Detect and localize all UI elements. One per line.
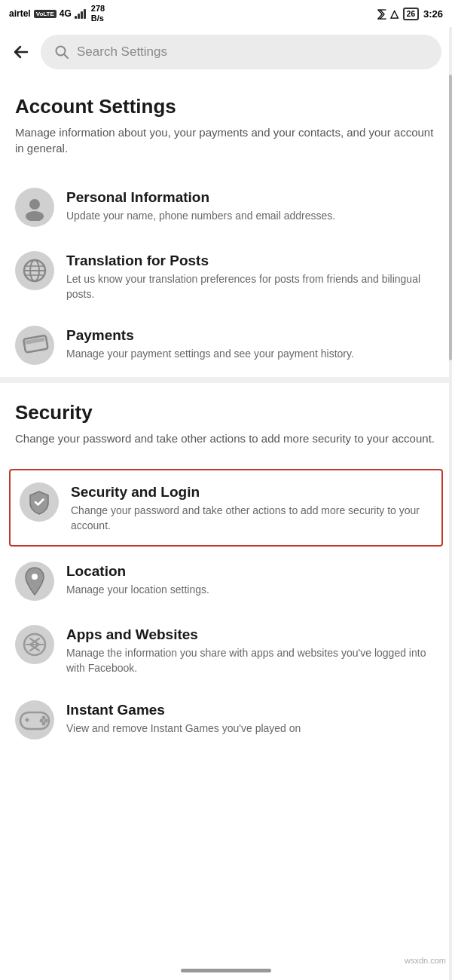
carrier-info: airtel VoLTE 4G 278B/s bbox=[9, 4, 105, 23]
security-login-text: Security and Login Change your password … bbox=[71, 482, 432, 533]
apps-websites-item[interactable]: Apps and Websites Manage the information… bbox=[0, 613, 452, 688]
security-section-desc: Change your password and take other acti… bbox=[15, 430, 437, 446]
bluetooth-icon: ⅀ bbox=[377, 8, 386, 20]
personal-info-icon bbox=[15, 188, 54, 227]
translation-item[interactable]: Translation for Posts Let us know your t… bbox=[0, 239, 452, 314]
account-section-title: Account Settings bbox=[15, 95, 437, 118]
svg-rect-2 bbox=[81, 11, 83, 19]
section-divider bbox=[0, 377, 452, 383]
svg-point-16 bbox=[44, 718, 48, 722]
translation-icon bbox=[15, 251, 54, 290]
status-bar: airtel VoLTE 4G 278B/s ⅀ △ 26 3:26 bbox=[0, 0, 452, 27]
apps-websites-icon bbox=[15, 625, 54, 664]
payments-icon bbox=[15, 326, 54, 365]
vibrate-icon: △ bbox=[390, 8, 399, 20]
clock: 3:26 bbox=[423, 8, 443, 20]
battery-icon: 26 bbox=[403, 8, 419, 20]
instant-games-icon bbox=[15, 700, 54, 740]
account-section: Account Settings Manage information abou… bbox=[0, 77, 452, 176]
watermark: wsxdn.com bbox=[405, 956, 446, 965]
svg-point-15 bbox=[40, 718, 44, 722]
instant-games-title: Instant Games bbox=[66, 702, 437, 718]
svg-point-18 bbox=[42, 721, 46, 725]
scroll-track[interactable] bbox=[449, 27, 452, 980]
status-right: ⅀ △ 26 3:26 bbox=[377, 8, 443, 20]
svg-point-5 bbox=[29, 199, 40, 210]
personal-info-title: Personal Information bbox=[66, 189, 437, 206]
security-login-title: Security and Login bbox=[71, 484, 432, 501]
home-indicator bbox=[181, 969, 271, 972]
security-login-item[interactable]: Security and Login Change your password … bbox=[9, 469, 443, 547]
security-login-icon bbox=[20, 482, 59, 522]
payments-item[interactable]: Payments Manage your payment settings an… bbox=[0, 314, 452, 377]
payments-text: Payments Manage your payment settings an… bbox=[66, 326, 437, 362]
payments-desc: Manage your payment settings and see you… bbox=[66, 347, 437, 362]
svg-point-12 bbox=[32, 574, 38, 580]
payments-title: Payments bbox=[66, 327, 437, 344]
back-button[interactable] bbox=[11, 43, 32, 61]
search-bar[interactable]: Search Settings bbox=[41, 35, 441, 69]
instant-games-desc: View and remove Instant Games you've pla… bbox=[66, 721, 437, 737]
svg-rect-0 bbox=[75, 16, 77, 19]
translation-text: Translation for Posts Let us know your t… bbox=[66, 251, 437, 302]
location-title: Location bbox=[66, 563, 437, 580]
instant-games-text: Instant Games View and remove Instant Ga… bbox=[66, 700, 437, 737]
translation-title: Translation for Posts bbox=[66, 253, 437, 269]
location-icon bbox=[15, 562, 54, 601]
personal-information-item[interactable]: Personal Information Update your name, p… bbox=[0, 176, 452, 239]
location-desc: Manage your location settings. bbox=[66, 583, 437, 598]
scroll-thumb[interactable] bbox=[449, 75, 452, 360]
personal-info-desc: Update your name, phone numbers and emai… bbox=[66, 209, 437, 224]
security-section: Security Change your password and take o… bbox=[0, 383, 452, 466]
security-section-title: Security bbox=[15, 401, 437, 424]
location-text: Location Manage your location settings. bbox=[66, 562, 437, 598]
apps-websites-text: Apps and Websites Manage the information… bbox=[66, 625, 437, 675]
location-item[interactable]: Location Manage your location settings. bbox=[0, 550, 452, 613]
apps-websites-title: Apps and Websites bbox=[66, 626, 437, 643]
signal-type: 4G bbox=[60, 8, 72, 19]
carrier-name: airtel bbox=[9, 8, 31, 19]
svg-rect-3 bbox=[84, 9, 86, 19]
search-icon bbox=[54, 44, 69, 60]
svg-rect-20 bbox=[26, 718, 28, 722]
instant-games-item[interactable]: Instant Games View and remove Instant Ga… bbox=[0, 688, 452, 752]
apps-websites-desc: Manage the information you share with ap… bbox=[66, 646, 437, 675]
signal-icon bbox=[75, 8, 88, 19]
personal-info-text: Personal Information Update your name, p… bbox=[66, 188, 437, 224]
svg-point-17 bbox=[42, 715, 46, 719]
account-section-desc: Manage information about you, your payme… bbox=[15, 124, 437, 156]
translation-desc: Let us know your translation preferences… bbox=[66, 272, 437, 302]
volte-badge: VoLTE bbox=[34, 10, 56, 18]
svg-rect-1 bbox=[78, 14, 80, 19]
svg-point-6 bbox=[26, 211, 44, 221]
header-bar: Search Settings bbox=[0, 27, 452, 77]
search-placeholder: Search Settings bbox=[77, 44, 167, 60]
data-speed: 278B/s bbox=[91, 4, 105, 23]
security-login-desc: Change your password and take other acti… bbox=[71, 504, 432, 533]
